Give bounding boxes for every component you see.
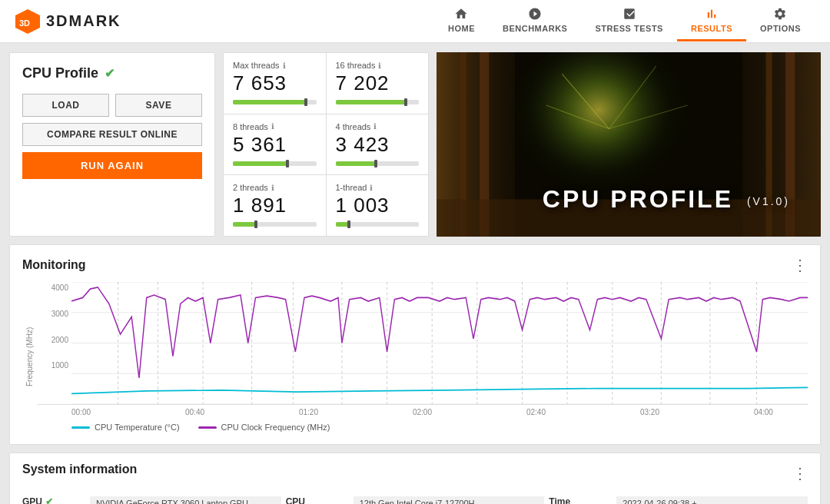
info-icon-2t[interactable]: ℹ: [271, 184, 274, 192]
banner-subtitle: (V1.0): [747, 195, 790, 207]
legend-color-temp: [71, 426, 90, 429]
score-label-1t: 1-thread ℹ: [336, 183, 420, 192]
svg-text:3D: 3D: [19, 18, 30, 28]
main-content: CPU Profile ✔ LOAD SAVE COMPARE RESULT O…: [0, 43, 830, 504]
nav-options[interactable]: OPTIONS: [746, 1, 815, 41]
sysinfo-label-time: Time: [549, 496, 610, 504]
nav-stress-tests[interactable]: STRESS TESTS: [581, 1, 677, 41]
y-axis: 4000 3000 2000 1000: [37, 282, 71, 389]
info-icon-8t[interactable]: ℹ: [271, 122, 274, 131]
monitoring-title: Monitoring: [22, 258, 86, 272]
monitoring-chart: [71, 282, 808, 404]
score-label-max: Max threads ℹ: [233, 61, 317, 70]
chart-container: 4000 3000 2000 1000: [37, 282, 808, 432]
nav-results[interactable]: RESULTS: [677, 1, 746, 41]
score-bar-fill-16t: [336, 100, 406, 104]
score-value-2t: 1 891: [233, 194, 317, 217]
score-cell-1t: 1-thread ℹ 1 003: [327, 175, 429, 236]
score-cell-4t: 4 threads ℹ 3 423: [327, 114, 429, 175]
score-label-2t: 2 threads ℹ: [233, 183, 317, 192]
sysinfo-grid: GPU ✔ NVIDIA GeForce RTX 3060 Laptop GPU…: [22, 493, 808, 504]
chart-x-labels: 00:00 00:40 01:20 02:00 02:40 03:20 04:0…: [37, 405, 808, 416]
score-cell-8t: 8 threads ℹ 5 361: [224, 114, 326, 175]
chart-wrapper: Frequency (MHz) 4000 3000 2000 1000: [22, 282, 808, 432]
logo: 3D 3DMARK: [15, 9, 121, 34]
benchmark-icon: [528, 7, 542, 21]
y-axis-label: Frequency (MHz): [22, 282, 37, 432]
legend-label-freq: CPU Clock Frequency (MHz): [221, 423, 330, 432]
nav-benchmarks-label: BENCHMARKS: [503, 24, 567, 33]
banner-title: CPU PROFILE (V1.0): [543, 185, 790, 214]
results-icon: [705, 7, 719, 21]
score-value-1t: 1 003: [336, 194, 420, 217]
score-label-4t: 4 threads ℹ: [336, 122, 420, 131]
score-value-max: 7 653: [233, 71, 317, 95]
sysinfo-label-cpu: CPU: [286, 496, 347, 504]
panel-title: CPU Profile ✔: [22, 65, 202, 81]
score-bar-fill-8t: [233, 161, 287, 166]
score-bar-8t: [233, 161, 317, 166]
sysinfo-value-cpu: 12th Gen Intel Core i7-12700H: [354, 496, 545, 504]
sysinfo-value-gpu: NVIDIA GeForce RTX 3060 Laptop GPU: [90, 496, 281, 504]
monitoring-menu[interactable]: ⋮: [792, 257, 808, 273]
banner-text: CPU PROFILE (V1.0): [543, 185, 790, 214]
home-icon: [454, 7, 468, 21]
sysinfo-header: System information ⋮: [22, 463, 808, 484]
cpu-profile-banner: CPU PROFILE (V1.0): [437, 52, 821, 237]
sysinfo-row-cpu: CPU 12th Gen Intel Core i7-12700H: [286, 493, 545, 504]
nav-home[interactable]: HOME: [434, 1, 489, 41]
sysinfo-value-time: 2022-04-26 09:38 + ...: [616, 496, 808, 504]
banner-background: CPU PROFILE (V1.0): [437, 52, 821, 237]
score-bar-16t: [336, 100, 420, 104]
nav-benchmarks[interactable]: BENCHMARKS: [489, 1, 581, 41]
info-icon-1t[interactable]: ℹ: [370, 184, 373, 192]
score-cell-2t: 2 threads ℹ 1 891: [224, 175, 326, 236]
save-button[interactable]: SAVE: [115, 94, 202, 117]
score-cell-16t: 16 threads ℹ 7 202: [327, 53, 429, 114]
chart-canvas: [71, 282, 808, 404]
score-grid: Max threads ℹ 7 653 16 threads ℹ 7 202: [223, 52, 429, 237]
chart-legend: CPU Temperature (°C) CPU Clock Frequency…: [37, 416, 808, 432]
stress-icon: [622, 7, 636, 21]
run-again-button[interactable]: RUN AGAIN: [22, 152, 202, 179]
legend-temp: CPU Temperature (°C): [71, 423, 180, 432]
gpu-check: ✔: [45, 496, 53, 504]
logo-icon: 3D: [15, 9, 40, 34]
sysinfo-row-time: Time 2022-04-26 09:38 + ...: [549, 493, 808, 504]
info-icon-4t[interactable]: ℹ: [374, 122, 377, 131]
score-bar-fill-4t: [336, 161, 376, 166]
check-icon: ✔: [105, 66, 115, 81]
load-save-row: LOAD SAVE: [22, 94, 202, 117]
nav-stress-label: STRESS TESTS: [595, 24, 663, 33]
score-bar-fill-max: [233, 100, 306, 104]
chart-area: 4000 3000 2000 1000: [37, 282, 808, 405]
nav-results-label: RESULTS: [691, 24, 732, 33]
sysinfo-row-gpu: GPU ✔ NVIDIA GeForce RTX 3060 Laptop GPU: [22, 493, 281, 504]
gear-icon: [773, 7, 787, 21]
monitoring-header: Monitoring ⋮: [22, 257, 808, 273]
legend-color-freq: [198, 426, 217, 429]
nav-options-label: OPTIONS: [760, 24, 801, 33]
score-value-4t: 3 423: [336, 133, 420, 157]
main-nav: HOME BENCHMARKS STRESS TESTS RESULTS OPT…: [434, 1, 815, 41]
load-button[interactable]: LOAD: [22, 94, 109, 117]
legend-label-temp: CPU Temperature (°C): [95, 423, 180, 432]
cpu-profile-panel: CPU Profile ✔ LOAD SAVE COMPARE RESULT O…: [9, 52, 215, 237]
nav-home-label: HOME: [448, 24, 475, 33]
compare-button[interactable]: COMPARE RESULT ONLINE: [22, 123, 202, 146]
score-value-8t: 5 361: [233, 133, 317, 157]
info-icon-16t[interactable]: ℹ: [378, 61, 381, 70]
info-icon-max[interactable]: ℹ: [283, 61, 286, 70]
monitoring-panel: Monitoring ⋮ Frequency (MHz) 4000 3000 2…: [9, 244, 821, 445]
score-bar-fill-1t: [336, 222, 349, 227]
score-bar-4t: [336, 161, 420, 166]
score-bar-1t: [336, 222, 420, 227]
score-label-8t: 8 threads ℹ: [233, 122, 317, 131]
legend-freq: CPU Clock Frequency (MHz): [198, 423, 330, 432]
sysinfo-menu[interactable]: ⋮: [792, 466, 808, 481]
top-section: CPU Profile ✔ LOAD SAVE COMPARE RESULT O…: [9, 52, 821, 237]
score-bar-2t: [233, 222, 317, 227]
title-text: CPU Profile: [22, 65, 98, 81]
system-info-panel: System information ⋮ GPU ✔ NVIDIA GeForc…: [9, 453, 821, 504]
sysinfo-title: System information: [22, 463, 137, 476]
